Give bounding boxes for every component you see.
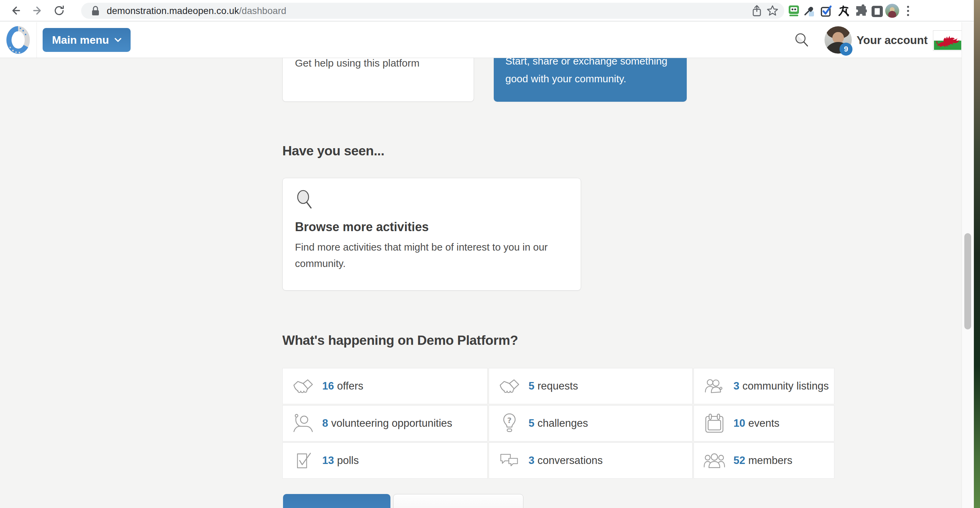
stat-label: community listings [742, 380, 829, 392]
browser-window: demonstration.madeopen.co.uk/dashboard [0, 0, 974, 508]
back-icon [9, 4, 22, 18]
lightbulb-question-icon: ? [502, 413, 517, 434]
whats-happening-heading: What's happening on Demo Platform? [282, 333, 518, 348]
calligraphy-extension-icon [837, 5, 850, 17]
site-header: Main menu 9 Your account [0, 22, 974, 58]
add-new-activity-button[interactable]: Add new activity [283, 494, 390, 508]
stat-count: 10 [733, 417, 745, 429]
desktop-wallpaper-strip [973, 0, 980, 508]
main-menu-button[interactable]: Main menu [43, 28, 130, 52]
handshake-icon [292, 378, 314, 395]
back-button[interactable] [9, 4, 22, 18]
cta-card-line2: good with your community. [505, 70, 687, 88]
eyedropper-extension-button[interactable] [803, 5, 816, 17]
stat-community-listings[interactable]: 3community listings [694, 368, 834, 404]
stat-polls[interactable]: 13polls [282, 443, 488, 479]
checkbox-extension-button[interactable] [820, 5, 833, 17]
stat-count: 5 [528, 417, 535, 429]
have-you-seen-heading: Have you seen... [282, 144, 384, 158]
speech-bubbles-icon [500, 453, 519, 468]
puzzle-extensions-icon [854, 5, 867, 17]
your-account-button[interactable]: Your account [857, 22, 942, 58]
handshake-icon [498, 378, 520, 395]
page-viewport: Main menu 9 Your account [0, 22, 974, 508]
roboform-extension-button[interactable] [788, 5, 800, 17]
stat-count: 3 [733, 380, 739, 392]
kebab-menu-icon [905, 5, 911, 18]
header-divider [37, 22, 37, 58]
stat-requests[interactable]: 5requests [488, 368, 692, 404]
calendar-icon [705, 414, 724, 433]
stat-label: offers [337, 380, 363, 392]
svg-text:?: ? [508, 416, 512, 425]
browse-more-activities-card[interactable]: Browse more activities Find more activit… [282, 178, 581, 291]
reload-button[interactable] [52, 4, 66, 18]
ring-logo-icon [5, 25, 31, 55]
forward-button[interactable] [31, 4, 45, 18]
stat-events[interactable]: 10events [694, 405, 834, 441]
stat-count: 52 [733, 454, 745, 466]
browser-menu-button[interactable] [905, 5, 911, 18]
user-avatar[interactable]: 9 [824, 26, 852, 54]
stat-count: 16 [322, 380, 334, 392]
magnifier-icon [295, 189, 315, 212]
stat-label: conversations [538, 454, 603, 466]
share-icon [751, 5, 763, 17]
stat-conversations[interactable]: 3conversations [488, 443, 692, 479]
address-bar[interactable]: demonstration.madeopen.co.uk/dashboard [81, 3, 784, 19]
people-pair-icon [704, 377, 725, 395]
extensions-puzzle-button[interactable] [854, 5, 867, 17]
stat-count: 3 [528, 454, 535, 466]
page-scrollbar[interactable] [962, 22, 974, 508]
star-icon [766, 5, 779, 17]
stat-label: challenges [538, 417, 588, 429]
reader-mode-button[interactable] [870, 5, 884, 17]
reload-icon [52, 4, 66, 18]
browse-card-title: Browse more activities [295, 220, 568, 234]
cta-card[interactable]: Start, share or exchange something good … [494, 58, 687, 102]
search-icon [793, 32, 810, 49]
platform-logo[interactable] [5, 25, 31, 55]
url-host: demonstration.madeopen.co.uk [107, 5, 239, 16]
stat-label: members [748, 454, 792, 466]
url-text: demonstration.madeopen.co.uk/dashboard [107, 5, 286, 16]
help-card[interactable]: Get help using this platform [282, 58, 474, 102]
main-menu-label: Main menu [52, 34, 109, 46]
people-group-icon [704, 452, 725, 469]
chevron-down-icon [115, 38, 121, 42]
stat-label: requests [538, 380, 578, 392]
cta-card-line1: Start, share or exchange something [505, 58, 687, 70]
help-card-text: Get help using this platform [295, 58, 474, 70]
notification-count: 9 [844, 45, 848, 54]
stat-label: volunteering opportunities [331, 417, 452, 429]
browser-profile-avatar[interactable] [885, 4, 899, 18]
checkbox-extension-icon [820, 5, 833, 17]
forward-icon [31, 4, 45, 18]
stat-count: 13 [322, 454, 334, 466]
stats-grid: 16offers 5requests 3community lis [282, 368, 834, 479]
roboform-extension-icon [788, 5, 800, 17]
stat-members[interactable]: 52members [694, 443, 834, 479]
bookmark-star-button[interactable] [766, 5, 779, 17]
welsh-flag-icon [934, 31, 961, 50]
stat-count: 5 [528, 380, 535, 392]
lock-icon[interactable] [89, 5, 102, 18]
eyedropper-extension-icon [803, 5, 816, 17]
url-path: /dashboard [239, 5, 286, 16]
stat-label: polls [337, 454, 359, 466]
browse-all-activities-button[interactable]: Browse all activities [393, 494, 523, 508]
your-account-label: Your account [857, 34, 928, 47]
stat-offers[interactable]: 16offers [282, 368, 488, 404]
reader-icon [870, 5, 884, 18]
scrollbar-thumb[interactable] [964, 233, 971, 329]
screen: demonstration.madeopen.co.uk/dashboard [0, 0, 980, 508]
calligraphy-extension-button[interactable] [837, 5, 850, 17]
language-flag-button[interactable] [933, 30, 962, 51]
notification-badge: 9 [840, 43, 853, 56]
browse-card-description: Find more activities that might be of in… [295, 239, 568, 272]
header-search-button[interactable] [793, 31, 812, 50]
stat-volunteering[interactable]: 8volunteering opportunities [282, 405, 488, 441]
share-button[interactable] [751, 5, 763, 17]
browser-toolbar: demonstration.madeopen.co.uk/dashboard [0, 0, 974, 21]
stat-challenges[interactable]: ? 5challenges [488, 405, 692, 441]
